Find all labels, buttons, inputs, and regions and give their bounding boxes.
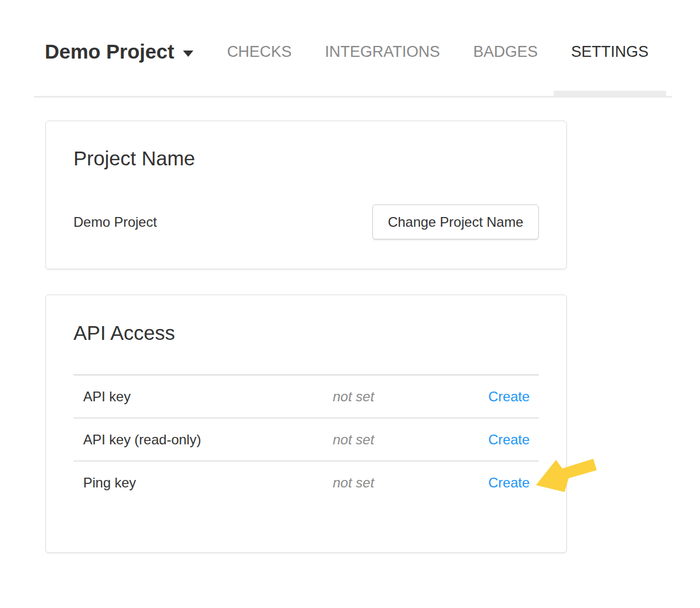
api-access-table: API key not set Create API key (read-onl…	[73, 374, 539, 504]
row-value: not set	[333, 432, 488, 448]
row-value: not set	[333, 389, 488, 405]
change-project-name-button[interactable]: Change Project Name	[372, 204, 539, 239]
project-switcher[interactable]: Demo Project	[45, 37, 193, 67]
api-access-card-title: API Access	[73, 322, 539, 344]
project-name-row: Demo Project Change Project Name	[73, 204, 539, 239]
project-name-value: Demo Project	[73, 214, 157, 230]
tab-badges[interactable]: BADGES	[473, 37, 538, 67]
api-access-card: API Access API key not set Create API ke…	[45, 295, 567, 553]
project-name-card: Project Name Demo Project Change Project…	[45, 121, 567, 269]
table-row-api-key: API key not set Create	[73, 375, 539, 419]
tab-integrations[interactable]: INTEGRATIONS	[325, 37, 440, 67]
ping-key-create-link[interactable]: Create	[488, 475, 539, 491]
topbar: Demo Project CHECKS INTEGRATIONS BADGES …	[45, 37, 648, 67]
tab-settings[interactable]: SETTINGS	[571, 37, 648, 67]
tab-checks[interactable]: CHECKS	[227, 37, 292, 67]
project-title: Demo Project	[45, 40, 174, 63]
api-key-read-only-create-link[interactable]: Create	[488, 432, 539, 448]
row-label: API key	[73, 389, 333, 405]
row-value: not set	[333, 475, 488, 491]
nav-underline	[34, 96, 672, 98]
row-label: Ping key	[73, 475, 333, 491]
caret-down-icon	[183, 51, 193, 57]
row-label: API key (read-only)	[73, 432, 333, 448]
main-nav: CHECKS INTEGRATIONS BADGES SETTINGS	[227, 37, 649, 67]
project-name-card-title: Project Name	[73, 147, 539, 170]
table-row-ping-key: Ping key not set Create	[73, 462, 539, 504]
table-row-api-key-read-only: API key (read-only) not set Create	[73, 419, 539, 462]
api-key-create-link[interactable]: Create	[488, 389, 539, 405]
